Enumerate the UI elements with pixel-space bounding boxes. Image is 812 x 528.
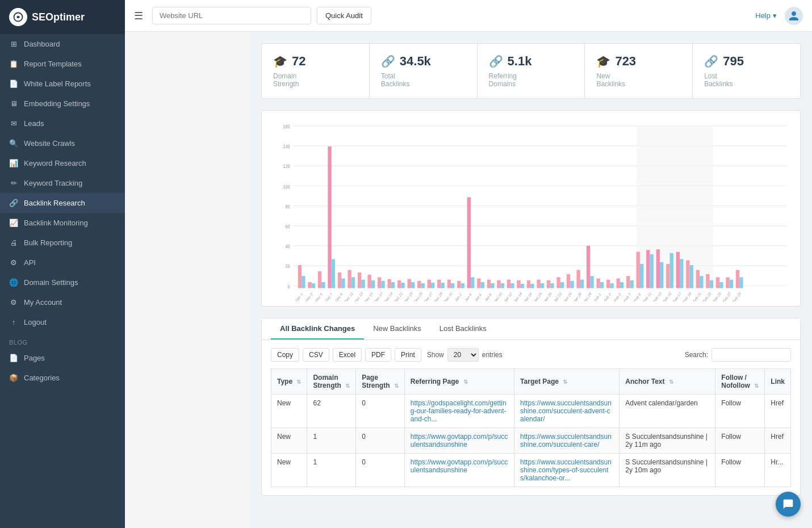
sidebar-item-bulk-reporting[interactable]: 🖨 Bulk Reporting [0,233,125,253]
sidebar-item-white-label-reports[interactable]: 📄 White Label Reports [0,74,125,94]
sidebar-item-categories[interactable]: 📦 Categories [0,368,125,388]
svg-text:Dec 29: Dec 29 [433,291,443,301]
sidebar-item-domain-settings[interactable]: 🌐 Domain Settings [0,273,125,292]
sidebar-item-report-templates[interactable]: 📋 Report Templates [0,54,125,74]
cell-type: New [271,428,307,454]
svg-text:Dec 11: Dec 11 [344,291,354,301]
svg-rect-38 [391,282,395,288]
sidebar-item-keyword-research[interactable]: 📊 Keyword Research [0,153,125,173]
cell-target-page: https://www.succulentsandsunshine.com/su… [514,395,620,428]
keyword-research-icon: 📊 [9,159,18,167]
sidebar-item-backlink-research[interactable]: 🔗 Backlink Research [0,193,125,213]
new-backlinks-label: New Backlinks [596,72,681,88]
search-label: Search: [685,351,708,359]
quick-audit-button[interactable]: Quick Audit [317,7,371,24]
sidebar-item-embedding-settings[interactable]: 🖥 Embedding Settings [0,94,125,114]
sidebar-item-my-account[interactable]: ⚙ My Account [0,292,125,312]
embedding-icon: 🖥 [9,99,18,108]
lost-backlinks-label: Lost Backlinks [704,72,789,88]
sort-icon[interactable]: ⇅ [394,383,399,389]
svg-text:Dec 13: Dec 13 [354,291,363,301]
tab-new-backlinks[interactable]: New Backlinks [364,319,430,340]
sidebar-item-website-crawls[interactable]: 🔍 Website Crawls [0,133,125,153]
sidebar-item-logout[interactable]: ↑ Logout [0,312,125,332]
url-input[interactable] [152,7,311,24]
chat-bubble[interactable] [776,492,801,517]
target-page-link[interactable]: https://www.succulentsandsunshine.com/ty… [520,458,612,482]
svg-rect-60 [501,283,504,288]
cell-follow-nofollow: Follow [715,428,765,454]
col-follow-nofollow: Follow /Nofollow ⇅ [715,369,765,395]
target-page-link[interactable]: https://www.succulentsandsunshine.com/su… [520,399,612,423]
svg-rect-109 [739,277,743,288]
svg-text:Feb 3: Feb 3 [604,292,612,301]
cell-referring-page: https://www.govtapp.com/p/succulentsands… [404,454,514,487]
stat-value: 🔗 34.5k [381,54,466,69]
sidebar-item-label: Keyword Research [24,159,86,167]
referring-page-link[interactable]: https://godspacelight.com/getting-our-fa… [411,399,507,423]
sidebar-item-label: My Account [24,298,62,307]
referring-page-link[interactable]: https://www.govtapp.com/p/succulentsands… [411,433,508,449]
lost-backlinks-value: 795 [723,54,744,69]
logo[interactable]: SEOptimer [0,0,125,34]
sort-icon[interactable]: ⇅ [669,379,673,385]
excel-button[interactable]: Excel [333,348,362,362]
dashboard-icon: ⊞ [9,40,18,48]
pdf-button[interactable]: PDF [365,348,391,362]
referring-page-link[interactable]: https://www.govtapp.com/p/succulentsands… [411,458,508,474]
sidebar-item-backlink-monitoring[interactable]: 📈 Backlink Monitoring [0,213,125,233]
target-page-link[interactable]: https://www.succulentsandsunshine.com/su… [520,433,612,449]
svg-text:Feb 7: Feb 7 [623,292,631,301]
svg-rect-23 [318,271,321,288]
cell-page-strength: 0 [356,428,405,454]
print-button[interactable]: Print [395,348,421,362]
table-row: New 1 0 https://www.govtapp.com/p/succul… [271,428,791,454]
entries-select[interactable]: 20 50 100 [447,348,479,362]
svg-rect-89 [640,264,643,288]
help-button[interactable]: Help ▾ [755,11,777,20]
sort-icon[interactable]: ⇅ [754,383,759,389]
svg-rect-68 [541,283,544,288]
sidebar-item-pages[interactable]: 📄 Pages [0,348,125,368]
svg-rect-82 [610,283,613,288]
help-chevron-icon: ▾ [773,11,777,20]
sidebar-item-label: Domain Settings [24,278,78,287]
sidebar-item-label: Logout [24,318,47,326]
sidebar-item-label: API [24,258,36,267]
svg-rect-86 [630,280,633,288]
svg-text:Feb 17: Feb 17 [672,291,682,301]
sidebar-item-keyword-tracking[interactable]: ✏ Keyword Tracking [0,173,125,193]
referring-icon: 🔗 [489,55,503,68]
svg-rect-81 [606,280,610,288]
show-label: Show [427,351,444,359]
svg-rect-51 [457,281,461,288]
search-input[interactable] [711,348,791,362]
user-avatar[interactable] [785,7,803,25]
hamburger-button[interactable]: ☰ [134,10,143,22]
svg-rect-88 [637,252,640,288]
sort-icon[interactable]: ⇅ [563,379,567,385]
copy-button[interactable]: Copy [271,348,299,362]
tab-lost-backlinks[interactable]: Lost Backlinks [430,319,496,340]
cell-target-page: https://www.succulentsandsunshine.com/ty… [514,454,620,487]
sidebar-item-dashboard[interactable]: ⊞ Dashboard [0,34,125,54]
svg-rect-84 [620,282,623,288]
sort-icon[interactable]: ⇅ [345,383,350,389]
cell-anchor-text: S Succulentsandsunshine | 2y 10m ago [620,454,715,487]
svg-text:Feb 29: Feb 29 [732,291,742,301]
tab-all-backlink-changes[interactable]: All Backlink Changes [271,319,364,340]
csv-button[interactable]: CSV [303,348,329,362]
svg-text:Feb 15: Feb 15 [663,291,672,301]
sidebar-item-leads[interactable]: ✉ Leads [0,114,125,133]
cell-anchor-text: S Succulentsandsunshine | 2y 11m ago [620,428,715,454]
svg-rect-26 [332,259,335,288]
svg-rect-37 [388,279,391,288]
link-icon: 🔗 [381,55,395,68]
sidebar-item-api[interactable]: ⚙ API [0,253,125,273]
col-domain-strength: DomainStrength ⇅ [307,369,356,395]
col-type: Type ⇅ [271,369,307,395]
logo-icon [9,8,27,26]
sort-icon[interactable]: ⇅ [296,379,301,385]
sort-icon[interactable]: ⇅ [463,379,468,385]
svg-text:Jan 20: Jan 20 [543,291,553,301]
